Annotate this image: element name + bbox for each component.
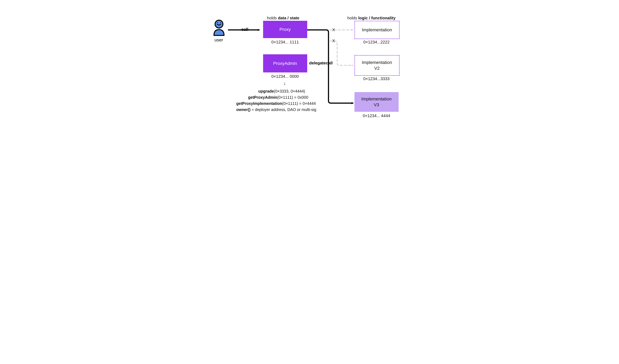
delegatecall-label: delegatecall [309,61,333,66]
proxy-admin-title: ProxyAdmin [273,61,297,66]
proxy-title: Proxy [280,27,291,32]
fn-getproxyimpl: getProxyImplementation(0×1111) = 0×4444 [236,101,316,106]
impl3-box: Implementation V3 [354,92,399,112]
proxy-admin-box: ProxyAdmin [263,54,307,72]
impl3-address: 0×1234... 4444 [354,113,399,118]
impl1-box: Implementation [354,21,400,39]
proxy-box: Proxy [263,21,307,38]
fn-gpi-args: (0×1111) = 0×4444 [282,101,316,106]
caption-logic-functionality: holds logic / functionality [347,16,396,20]
svg-point-2 [215,20,223,28]
impl2-title-l1: Implementation [362,60,392,65]
proxy-admin-address: 0×1234... 0000 [263,74,307,79]
impl3-title-l2: V3 [374,102,379,108]
fn-gpi-name: getProxyImplementation [236,101,282,106]
impl2-box: Implementation V2 [354,55,400,76]
fn-owner-args: = deployer address, DAO or multi-sig [251,107,316,112]
proxy-address: 0×1234... 1111 [263,40,307,45]
impl3-title-l1: Implementation [361,96,392,102]
svg-point-4 [220,22,221,23]
svg-point-3 [217,22,218,23]
caption-left-bold: data / state [278,16,299,20]
call-label: call [241,27,248,32]
caption-right-prefix: holds [347,16,358,20]
fn-owner: owner() = deployer address, DAO or multi… [236,107,316,112]
impl1-title: Implementation [362,27,392,32]
impl2-title-l2: V2 [374,66,380,71]
impl1-address: 0×1234...2222 [354,40,399,45]
fn-upgrade-args: (0×3333, 0×4444) [274,89,305,93]
x-marker-1: X [331,27,336,32]
fn-upgrade-name: upgrade [258,89,274,93]
caption-data-state: holds data / state [267,16,299,20]
impl2-address: 0×1234...3333 [354,76,399,81]
fn-gpa-args: (0×1111) = 0x000 [277,95,308,99]
arrow-down-icon: ↓ [283,81,286,86]
user-label: user [209,38,228,42]
fn-owner-name: owner() [236,107,251,112]
caption-left-prefix: holds [267,16,278,20]
caption-right-bold: logic / functionality [358,16,396,20]
fn-gpa-name: getProxyAdmin [248,95,277,99]
fn-getproxyadmin: getProxyAdmin(0×1111) = 0x000 [248,95,308,100]
fn-upgrade: upgrade(0×3333, 0×4444) [258,89,305,94]
diagram-canvas: user call holds data / state holds logic… [193,0,426,137]
x-marker-2: X [331,39,336,43]
